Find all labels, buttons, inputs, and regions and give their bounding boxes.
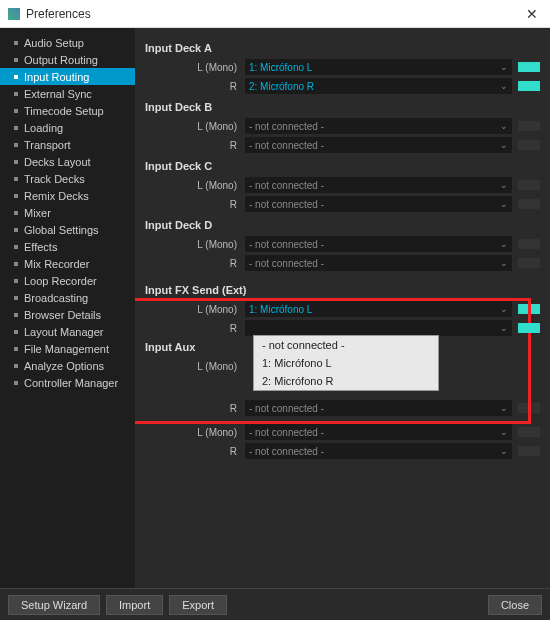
content: Input Deck A L (Mono) 1: Micrófono L⌄ R … [135, 28, 550, 588]
sidebar-item-decks-layout[interactable]: Decks Layout [0, 153, 135, 170]
select-deck-a-l[interactable]: 1: Micrófono L⌄ [245, 59, 512, 75]
preferences-window: Preferences ✕ Audio SetupOutput RoutingI… [0, 0, 550, 620]
meter [518, 180, 540, 190]
row-extra-l: L (Mono) - not connected -⌄ [145, 423, 540, 441]
sidebar-item-remix-decks[interactable]: Remix Decks [0, 187, 135, 204]
select-deck-b-l[interactable]: - not connected -⌄ [245, 118, 512, 134]
sidebar-item-label: Browser Details [24, 309, 101, 321]
meter [518, 81, 540, 91]
meter [518, 304, 540, 314]
chevron-down-icon: ⌄ [500, 323, 508, 333]
label-l-mono: L (Mono) [145, 427, 245, 438]
select-fx-send-r[interactable]: ⌄ [245, 320, 512, 336]
row-deck-c-l: L (Mono) - not connected -⌄ [145, 176, 540, 194]
row-extra-r: R - not connected -⌄ [145, 442, 540, 460]
sidebar-item-global-settings[interactable]: Global Settings [0, 221, 135, 238]
sidebar-item-label: External Sync [24, 88, 92, 100]
sidebar-item-layout-manager[interactable]: Layout Manager [0, 323, 135, 340]
section-title-deck-d: Input Deck D [145, 219, 540, 231]
label-l-mono: L (Mono) [145, 239, 245, 250]
dropdown-item[interactable]: - not connected - [254, 336, 438, 354]
row-fx-send-r: R ⌄ - not connected -1: Micrófono L2: Mi… [145, 319, 540, 337]
sidebar-item-label: Remix Decks [24, 190, 89, 202]
meter [518, 199, 540, 209]
sidebar-item-broadcasting[interactable]: Broadcasting [0, 289, 135, 306]
bullet-icon [14, 347, 18, 351]
label-l-mono: L (Mono) [145, 304, 245, 315]
label-r: R [145, 140, 245, 151]
select-extra-r[interactable]: - not connected -⌄ [245, 443, 512, 459]
select-deck-a-r[interactable]: 2: Micrófono R⌄ [245, 78, 512, 94]
sidebar-item-external-sync[interactable]: External Sync [0, 85, 135, 102]
label-r: R [145, 81, 245, 92]
bullet-icon [14, 245, 18, 249]
select-deck-c-r[interactable]: - not connected -⌄ [245, 196, 512, 212]
bullet-icon [14, 177, 18, 181]
sidebar-item-label: Mix Recorder [24, 258, 89, 270]
meter [518, 121, 540, 131]
dropdown-item[interactable]: 1: Micrófono L [254, 354, 438, 372]
meter [518, 258, 540, 268]
select-deck-c-l[interactable]: - not connected -⌄ [245, 177, 512, 193]
sidebar-item-label: Input Routing [24, 71, 89, 83]
section-title-deck-c: Input Deck C [145, 160, 540, 172]
sidebar-item-label: Decks Layout [24, 156, 91, 168]
sidebar-item-label: Loop Recorder [24, 275, 97, 287]
chevron-down-icon: ⌄ [500, 427, 508, 437]
select-deck-b-r[interactable]: - not connected -⌄ [245, 137, 512, 153]
meter [518, 140, 540, 150]
sidebar-item-analyze-options[interactable]: Analyze Options [0, 357, 135, 374]
bullet-icon [14, 228, 18, 232]
export-button[interactable]: Export [169, 595, 227, 615]
close-icon[interactable]: ✕ [522, 6, 542, 22]
sidebar-item-track-decks[interactable]: Track Decks [0, 170, 135, 187]
sidebar-item-mixer[interactable]: Mixer [0, 204, 135, 221]
select-aux-r[interactable]: - not connected -⌄ [245, 400, 512, 416]
label-r: R [145, 199, 245, 210]
select-extra-l[interactable]: - not connected -⌄ [245, 424, 512, 440]
meter [518, 427, 540, 437]
bullet-icon [14, 160, 18, 164]
select-deck-d-l[interactable]: - not connected -⌄ [245, 236, 512, 252]
bullet-icon [14, 313, 18, 317]
sidebar-item-label: Analyze Options [24, 360, 104, 372]
chevron-down-icon: ⌄ [500, 199, 508, 209]
dropdown-item[interactable]: 2: Micrófono R [254, 372, 438, 390]
chevron-down-icon: ⌄ [500, 81, 508, 91]
sidebar: Audio SetupOutput RoutingInput RoutingEx… [0, 28, 135, 588]
bullet-icon [14, 58, 18, 62]
sidebar-item-label: Output Routing [24, 54, 98, 66]
row-deck-a-l: L (Mono) 1: Micrófono L⌄ [145, 58, 540, 76]
setup-wizard-button[interactable]: Setup Wizard [8, 595, 100, 615]
sidebar-item-label: Broadcasting [24, 292, 88, 304]
sidebar-item-file-management[interactable]: File Management [0, 340, 135, 357]
meter [518, 239, 540, 249]
chevron-down-icon: ⌄ [500, 140, 508, 150]
sidebar-item-output-routing[interactable]: Output Routing [0, 51, 135, 68]
sidebar-item-controller-manager[interactable]: Controller Manager [0, 374, 135, 391]
row-deck-d-l: L (Mono) - not connected -⌄ [145, 235, 540, 253]
sidebar-item-transport[interactable]: Transport [0, 136, 135, 153]
sidebar-item-loop-recorder[interactable]: Loop Recorder [0, 272, 135, 289]
sidebar-item-browser-details[interactable]: Browser Details [0, 306, 135, 323]
sidebar-item-mix-recorder[interactable]: Mix Recorder [0, 255, 135, 272]
select-fx-send-l[interactable]: 1: Micrófono L⌄ [245, 301, 512, 317]
bullet-icon [14, 109, 18, 113]
titlebar: Preferences ✕ [0, 0, 550, 28]
window-title: Preferences [26, 7, 522, 21]
body: Audio SetupOutput RoutingInput RoutingEx… [0, 28, 550, 620]
import-button[interactable]: Import [106, 595, 163, 615]
chevron-down-icon: ⌄ [500, 180, 508, 190]
sidebar-item-audio-setup[interactable]: Audio Setup [0, 34, 135, 51]
chevron-down-icon: ⌄ [500, 239, 508, 249]
row-fx-send-l: L (Mono) 1: Micrófono L⌄ [145, 300, 540, 318]
sidebar-item-input-routing[interactable]: Input Routing [0, 68, 135, 85]
sidebar-item-label: Global Settings [24, 224, 99, 236]
sidebar-item-timecode-setup[interactable]: Timecode Setup [0, 102, 135, 119]
sidebar-item-loading[interactable]: Loading [0, 119, 135, 136]
bullet-icon [14, 262, 18, 266]
select-deck-d-r[interactable]: - not connected -⌄ [245, 255, 512, 271]
sidebar-item-label: Audio Setup [24, 37, 84, 49]
close-button[interactable]: Close [488, 595, 542, 615]
sidebar-item-effects[interactable]: Effects [0, 238, 135, 255]
